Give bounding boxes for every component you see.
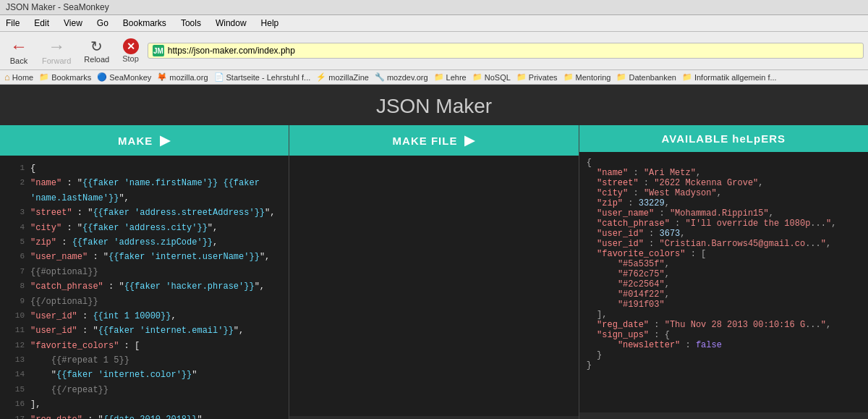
menu-help[interactable]: Help: [258, 17, 282, 30]
code-line-15: 15 {{/repeat}}: [0, 383, 289, 397]
bookmark-lehre[interactable]: 📁 Lehre: [434, 72, 467, 82]
bookmark-nosql[interactable]: 📁 NoSQL: [472, 72, 511, 82]
lehre-icon: 📁: [434, 72, 444, 82]
code-line-3: 3 "street" : "{{faker 'address.streetAdd…: [0, 206, 289, 220]
mozillazine-icon: ⚡: [316, 72, 326, 82]
output-line-12: "#762c75",: [587, 269, 861, 279]
bookmark-datenbanken[interactable]: 📁 Datenbanken: [616, 72, 676, 82]
stop-circle-icon: ✕: [123, 38, 139, 54]
panels-row: MAKE ▶ 1 { 2 "name" : "{{faker 'name.fir…: [0, 125, 868, 419]
output-line-14: "#014f22",: [587, 289, 861, 300]
menu-edit[interactable]: Edit: [31, 17, 52, 30]
bookmark-mozillazine[interactable]: ⚡ mozillaZine: [316, 72, 369, 82]
make-file-run-icon[interactable]: ▶: [464, 132, 475, 148]
page-content: JSON Maker MAKE ▶ 1 { 2 "name" : "{{fake…: [0, 85, 868, 419]
bookmark-mentoring[interactable]: 📁 Mentoring: [563, 72, 611, 82]
bookmark-lehrstuhl[interactable]: 📄 Startseite - Lehrstuhl f...: [214, 72, 311, 82]
helpers-panel: AVAILABLE heLpERS { "name" : "Ari Metz",…: [579, 125, 868, 419]
nosql-icon: 📁: [472, 72, 482, 82]
bookmark-home[interactable]: ⌂ Home: [4, 72, 33, 82]
code-line-5: 5 "zip" : {{faker 'address.zipCode'}},: [0, 235, 289, 250]
mozdev-icon: 🔧: [375, 72, 385, 82]
make-panel: MAKE ▶ 1 { 2 "name" : "{{faker 'name.fir…: [0, 125, 289, 419]
menu-go[interactable]: Go: [94, 17, 111, 30]
bookmark-mozdev[interactable]: 🔧 mozdev.org: [375, 72, 428, 82]
output-line-3: "street" : "2622 Mckenna Grove",: [587, 178, 861, 188]
output-line-5: "zip" : 33229,: [587, 198, 861, 208]
bookmark-informatik[interactable]: 📁 Informatik allgemein f...: [682, 72, 777, 82]
bookmark-bookmarks[interactable]: 📁 Bookmarks: [39, 72, 91, 82]
reload-button[interactable]: ↻ Reload: [80, 36, 114, 65]
stop-label: Stop: [122, 54, 139, 63]
output-area: { "name" : "Ari Metz", "street" : "2622 …: [579, 152, 868, 412]
stop-button[interactable]: ✕ Stop: [118, 37, 143, 64]
make-panel-label: MAKE: [118, 135, 153, 147]
output-line-19: "newsletter" : false: [587, 340, 861, 350]
bookmark-seamonkey[interactable]: 🔵 SeaMonkey: [97, 72, 151, 82]
forward-label: Forward: [42, 56, 71, 65]
back-button[interactable]: ← Back: [4, 35, 33, 67]
page-title: JSON Maker: [0, 85, 868, 125]
code-line-2: 2 "name" : "{{faker 'name.firstName'}} {…: [0, 176, 289, 206]
menu-window[interactable]: Window: [213, 17, 250, 30]
back-label: Back: [10, 56, 27, 65]
output-line-18: "sign_ups" : {: [587, 330, 861, 340]
bookmarks-bar: ⌂ Home 📁 Bookmarks 🔵 SeaMonkey 🦊 mozilla…: [0, 70, 868, 85]
output-line-1: {: [587, 158, 861, 168]
code-line-6: 6 "user_name" : "{{faker 'internet.userN…: [0, 250, 289, 264]
menu-bookmarks[interactable]: Bookmarks: [120, 17, 169, 30]
informatik-icon: 📁: [682, 72, 692, 82]
make-file-panel-header: MAKE FILE ▶: [289, 125, 578, 156]
make-file-code-area[interactable]: [289, 156, 578, 416]
make-code-area[interactable]: 1 { 2 "name" : "{{faker 'name.firstName'…: [0, 156, 289, 419]
output-line-8: "user_id" : 3673,: [587, 229, 861, 239]
code-line-16: 16 ],: [0, 397, 289, 412]
output-line-13: "#2c2564",: [587, 279, 861, 289]
code-line-9: 9 {{/optional}}: [0, 295, 289, 309]
url-bar[interactable]: JM https://json-maker.com/index.php: [148, 43, 864, 59]
title-bar: JSON Maker - SeaMonkey: [0, 0, 868, 15]
reload-label: Reload: [84, 55, 109, 64]
code-line-13: 13 {{#repeat 1 5}}: [0, 353, 289, 368]
helpers-panel-header: AVAILABLE heLpERS: [579, 125, 868, 152]
forward-button[interactable]: → Forward: [38, 35, 75, 67]
browser-title: JSON Maker - SeaMonkey: [6, 2, 109, 12]
bookmark-mozilla[interactable]: 🦊 mozilla.org: [157, 72, 208, 82]
forward-icon: →: [48, 36, 65, 56]
reload-icon: ↻: [90, 38, 103, 55]
output-line-16: ],: [587, 310, 861, 320]
seamonkey-icon: 🔵: [97, 72, 107, 82]
output-line-4: "city" : "West Madyson",: [587, 188, 861, 198]
code-line-17: 17 "reg_date" : "{{date 2010 2018}}",: [0, 412, 289, 419]
code-line-4: 4 "city" : "{{faker 'address.city'}}",: [0, 221, 289, 235]
output-line-15: "#191f03": [587, 300, 861, 310]
code-line-10: 10 "user_id" : {{int 1 10000}},: [0, 309, 289, 323]
menu-file[interactable]: File: [3, 17, 22, 30]
output-line-2: "name" : "Ari Metz",: [587, 168, 861, 178]
output-line-21: }: [587, 360, 861, 371]
toolbar: ← Back → Forward ↻ Reload ✕ Stop JM http…: [0, 32, 868, 70]
output-line-17: "reg_date" : "Thu Nov 28 2013 00:10:16 G…: [587, 320, 861, 330]
code-line-1: 1 {: [0, 161, 289, 176]
menu-tools[interactable]: Tools: [178, 17, 204, 30]
menu-bar: File Edit View Go Bookmarks Tools Window…: [0, 15, 868, 32]
code-line-12: 12 "favorite_colors" : [: [0, 339, 289, 353]
back-icon: ←: [10, 36, 27, 56]
make-run-icon[interactable]: ▶: [160, 132, 171, 148]
url-text: https://json-maker.com/index.php: [168, 46, 295, 56]
mentoring-icon: 📁: [563, 72, 574, 82]
bookmark-privates[interactable]: 📁 Privates: [516, 72, 558, 82]
menu-view[interactable]: View: [61, 17, 85, 30]
code-line-7: 7 {{#optional}}: [0, 265, 289, 279]
bookmark-icon: 📁: [39, 72, 49, 82]
home-icon: ⌂: [4, 72, 10, 82]
make-file-panel-label: MAKE FILE: [393, 135, 458, 147]
lehrstuhl-icon: 📄: [214, 72, 224, 82]
output-line-10: "favorite_colors" : [: [587, 249, 861, 259]
output-line-7: "catch_phrase" : "I'll override the 1080…: [587, 219, 861, 229]
privates-icon: 📁: [516, 72, 527, 82]
code-line-14: 14 "{{faker 'internet.color'}}": [0, 368, 289, 382]
output-line-20: }: [587, 350, 861, 360]
code-line-11: 11 "user_id" : "{{faker 'internet.email'…: [0, 323, 289, 338]
datenbanken-icon: 📁: [616, 72, 626, 82]
